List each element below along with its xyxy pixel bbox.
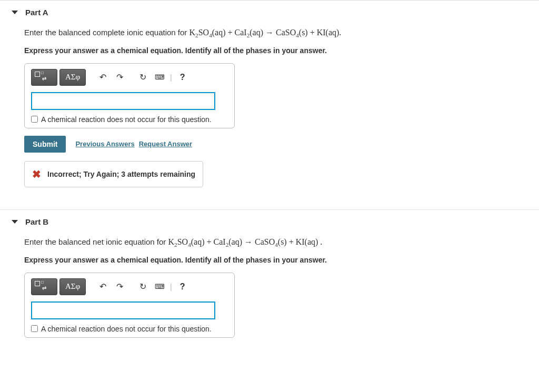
separator: | — [170, 73, 172, 82]
prompt-equation: K2SO4(aq) + CaI2(aq) → CaSO4(s) + KI(aq)… — [189, 28, 342, 37]
greek-button[interactable]: ΑΣφ — [59, 278, 86, 295]
action-row: Submit Previous Answers Request Answer — [24, 136, 515, 153]
feedback-box: ✖ Incorrect; Try Again; 3 attempts remai… — [24, 161, 203, 187]
part-b-container: Part B Enter the balanced net ionic equa… — [0, 209, 539, 350]
part-a-instruction: Express your answer as a chemical equati… — [24, 46, 515, 55]
no-reaction-row[interactable]: A chemical reaction does not occur for t… — [31, 325, 228, 333]
no-reaction-label: A chemical reaction does not occur for t… — [41, 325, 212, 333]
greek-button[interactable]: ΑΣφ — [59, 69, 86, 86]
templates-button[interactable]: □⇄ — [31, 278, 57, 295]
reset-icon[interactable]: ↻ — [135, 279, 150, 294]
no-reaction-row[interactable]: A chemical reaction does not occur for t… — [31, 115, 228, 124]
no-reaction-checkbox[interactable] — [31, 325, 38, 332]
redo-icon[interactable]: ↷ — [112, 70, 127, 85]
submit-button[interactable]: Submit — [24, 136, 66, 153]
redo-icon[interactable]: ↷ — [112, 279, 127, 294]
equation-input[interactable] — [31, 301, 215, 319]
undo-icon[interactable]: ↶ — [95, 279, 110, 294]
previous-answers-link[interactable]: Previous Answers — [75, 140, 134, 148]
no-reaction-checkbox[interactable] — [31, 116, 38, 123]
reset-icon[interactable]: ↻ — [135, 70, 150, 85]
answer-box: □⇄ ΑΣφ ↶ ↷ ↻ ⌨ | ? A chemical reaction d… — [24, 273, 235, 338]
part-b-prompt: Enter the balanced net ionic equation fo… — [24, 236, 515, 249]
templates-button[interactable]: □⇄ — [31, 69, 57, 86]
caret-down-icon — [12, 220, 18, 224]
part-b-title: Part B — [25, 217, 48, 226]
caret-down-icon — [12, 11, 18, 14]
answer-box: □⇄ ΑΣφ ↶ ↷ ↻ ⌨ | ? A chemical reaction d… — [24, 63, 235, 128]
part-a-header[interactable]: Part A — [0, 1, 539, 24]
request-answer-link[interactable]: Request Answer — [139, 140, 192, 148]
keyboard-icon[interactable]: ⌨ — [152, 70, 167, 85]
incorrect-icon: ✖ — [32, 168, 41, 180]
part-a-body: Enter the balanced complete ionic equati… — [0, 26, 539, 200]
feedback-text: Incorrect; Try Again; 3 attempts remaini… — [47, 170, 195, 178]
keyboard-icon[interactable]: ⌨ — [152, 279, 167, 294]
part-b-body: Enter the balanced net ionic equation fo… — [0, 236, 539, 350]
undo-icon[interactable]: ↶ — [95, 70, 110, 85]
equation-toolbar: □⇄ ΑΣφ ↶ ↷ ↻ ⌨ | ? — [31, 69, 228, 86]
help-icon[interactable]: ? — [175, 279, 190, 294]
separator: | — [170, 283, 172, 291]
prompt-prefix: Enter the balanced net ionic equation fo… — [24, 237, 168, 246]
part-a-container: Part A Enter the balanced complete ionic… — [0, 0, 539, 200]
part-a-prompt: Enter the balanced complete ionic equati… — [24, 26, 515, 40]
equation-toolbar: □⇄ ΑΣφ ↶ ↷ ↻ ⌨ | ? — [31, 278, 228, 295]
part-a-title: Part A — [25, 8, 48, 17]
part-b-header[interactable]: Part B — [0, 210, 539, 234]
equation-input[interactable] — [31, 92, 215, 110]
help-icon[interactable]: ? — [175, 70, 190, 85]
no-reaction-label: A chemical reaction does not occur for t… — [41, 115, 212, 124]
part-b-instruction: Express your answer as a chemical equati… — [24, 256, 515, 264]
prompt-prefix: Enter the balanced complete ionic equati… — [24, 28, 189, 37]
prompt-equation: K2SO4(aq) + CaI2(aq) → CaSO4(s) + KI(aq)… — [168, 237, 323, 246]
